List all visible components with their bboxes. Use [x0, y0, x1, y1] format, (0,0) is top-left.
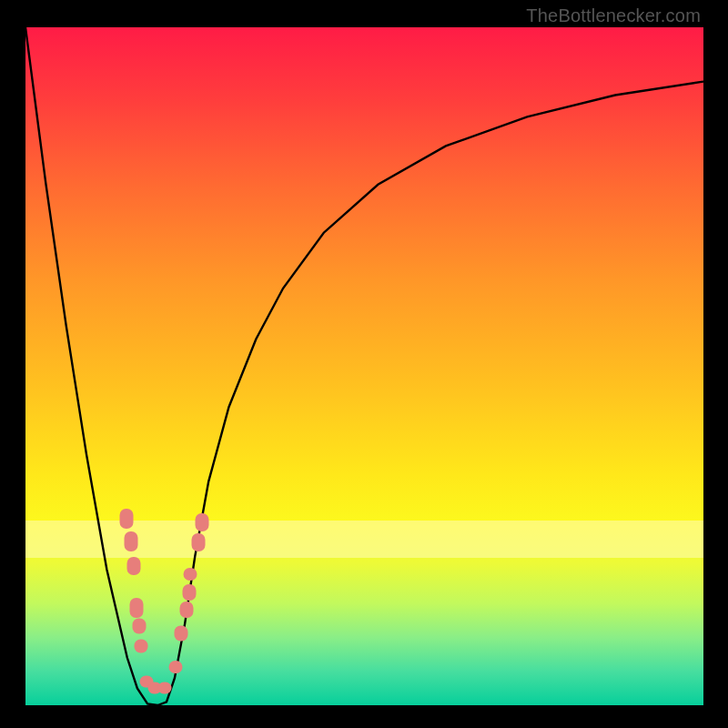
data-dot: [175, 626, 188, 642]
data-dot: [157, 682, 171, 694]
data-dot: [130, 598, 144, 618]
data-dot: [183, 584, 197, 601]
attribution-label: TheBottlenecker.com: [526, 5, 701, 26]
data-dot: [135, 640, 148, 653]
data-dot: [179, 602, 193, 618]
data-dot: [184, 568, 197, 581]
data-dot: [127, 557, 141, 575]
data-dot: [168, 661, 182, 673]
data-dot: [125, 531, 138, 551]
chart-frame: TheBottlenecker.com: [0, 0, 728, 728]
data-dot: [120, 509, 134, 529]
data-dot: [196, 513, 209, 531]
data-dot: [133, 618, 147, 633]
bottleneck-curve: [25, 27, 703, 705]
curve-path: [25, 27, 703, 705]
data-dot: [191, 533, 205, 551]
plot-area: [25, 27, 703, 705]
